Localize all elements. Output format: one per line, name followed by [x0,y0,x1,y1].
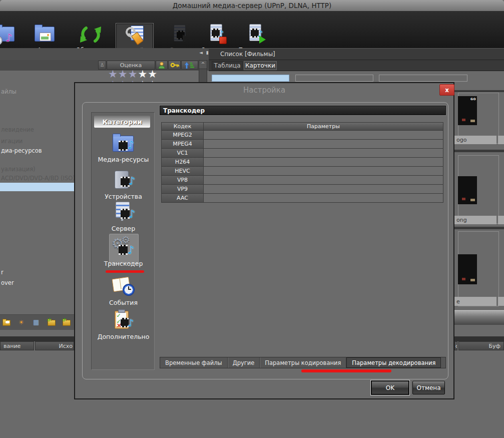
close-icon: x [445,87,449,94]
window-title: Домашний медиа-сервер (UPnP, DLNA, HTTP) [173,2,331,10]
codec-row[interactable]: VP8 [161,176,443,185]
tab-others[interactable]: Другие [228,357,260,368]
dialog-title: Настройка [75,86,453,95]
codec-column-header[interactable]: Кодек [161,122,204,131]
movie-caption-sliver [498,297,504,306]
tab-card-view[interactable]: Карточки [244,61,277,70]
card-selected-top[interactable] [212,75,289,82]
bottom-column-source[interactable]: Исхо [35,341,74,350]
movie-caption: ogo [454,136,496,144]
tree-item[interactable]: левидение [1,126,34,133]
decoding-tab-annotation-underline [301,369,391,372]
view-tabstrip: Таблица Карточки [209,60,504,71]
tree-item[interactable]: айлы [1,88,17,95]
tree-item[interactable]: уализация) [1,166,36,173]
codec-row[interactable]: VP9 [161,185,443,194]
weather-icon[interactable]: ☀ [17,318,26,326]
list-caption-bar: Список [Фильмы] [209,48,504,60]
category-additional[interactable]: ✓✓ × ♪ Дополнительно [92,309,155,340]
card-top[interactable] [295,75,373,82]
music-folder-icon: ♪ [0,24,17,46]
movie-thumbnail[interactable] [458,254,477,284]
main-toolbar: ♪ Музыка Фото Обновить [0,11,504,49]
list-caption: Список [Фильмы] [220,51,275,58]
panel-title: Транскодер [160,106,446,115]
tree-selected-row[interactable] [0,183,74,191]
key-column-header[interactable] [168,61,181,70]
movie-caption: ong [454,216,496,224]
left-mini-toolbar: ☀ ▦ ↺ ↺ [0,314,74,330]
tree-item[interactable]: r [1,269,4,276]
sort-order-column-header[interactable] [181,61,198,70]
app-window: Домашний медиа-сервер (UPnP, DLNA, HTTP)… [0,0,504,438]
transcoder-annotation-underline [106,270,144,273]
movie-thumbnail[interactable]: GO [458,96,477,125]
folder-cloud-icon[interactable] [2,318,11,326]
bottom-column-name[interactable]: вание [0,341,34,350]
sort-arrows-icon [184,62,195,69]
settings-dialog: Настройка x Категории ♪ Медиа-ресурсы ♪ [74,82,454,399]
codec-row[interactable]: HEVC [161,167,443,176]
media-resources-icon: ♪ [112,132,136,155]
codec-table: Кодек Параметры MPEG2 MPEG4 VC1 H264 HEV… [161,123,443,203]
tree-item[interactable]: диа-ресурсов [1,147,42,154]
category-transcoder[interactable]: ⚙ ⚙ ♪ Транскодер [92,236,155,267]
devices-icon: ♪ [112,169,136,192]
category-events[interactable]: События [92,275,155,306]
category-media-resources[interactable]: ♪ Медиа-ресурсы [92,132,155,163]
additional-icon: ✓✓ × ♪ [112,309,136,332]
movie-caption-sliver [498,216,504,224]
scroll-up-icon[interactable]: ^ [199,61,207,69]
key-icon [170,62,179,69]
ok-button[interactable]: OK [370,380,410,395]
card-top[interactable] [379,75,467,82]
folder-sync-icon[interactable]: ↺ [47,318,56,326]
panel-nav-arrows[interactable]: ◄ ▮ [199,50,210,55]
params-column-header[interactable]: Параметры [203,122,443,131]
close-button[interactable]: x [439,84,454,96]
category-server[interactable]: ♪ Сервер [92,201,155,232]
left-panel-header-strip [0,48,209,61]
categories-header: Категории [94,116,150,128]
tab-decoding-params[interactable]: Параметры декодирования [346,357,441,368]
transcoder-icon: ⚙ ⚙ ♪ [112,236,136,259]
photo-folder-icon [33,24,57,46]
folder-sync2-icon[interactable]: ↺ [62,318,71,326]
restart-icon: ♪ [244,24,268,46]
bottom-column-buffer[interactable]: Буф [458,341,504,350]
window-titlebar: Домашний медиа-сервер (UPnP, DLNA, HTTP) [0,0,504,11]
bottom-column-partial[interactable]: о [454,341,457,350]
tree-item[interactable]: ACD/DVD/DVD-A/BD (ISO) [1,175,75,182]
cancel-button[interactable]: Отмена [412,381,445,394]
grid-icon[interactable]: ▦ [32,318,41,326]
events-icon [112,275,136,298]
settings-tabbar: Временные файлы Другие Параметры кодиров… [160,357,446,368]
stop-icon: ♪ [205,24,229,46]
codec-row[interactable]: MPEG2 [161,131,443,140]
person-icon [158,62,166,69]
tree-item[interactable]: игации [1,138,23,145]
movie-caption: е [454,297,496,306]
media-table-header: Δ Оценка [0,60,209,71]
category-devices[interactable]: ♪ Устройства [92,169,155,200]
sort-column-header[interactable]: Δ [98,61,106,70]
tab-temp-files[interactable]: Временные файлы [160,357,228,368]
refresh-icon [79,24,103,46]
movie-thumbnail[interactable] [458,176,477,204]
tree-item[interactable]: over [1,279,14,286]
left-table-scrollbar[interactable]: ^ [199,60,207,84]
codec-row[interactable]: VC1 [161,149,443,158]
codec-row[interactable]: H264 [161,158,443,167]
tab-encoding-params[interactable]: Параметры кодирования [260,357,346,368]
movie-caption-sliver [498,136,504,144]
categories-sidebar: Категории ♪ Медиа-ресурсы ♪ Устройства [91,112,155,370]
codec-row[interactable]: MPEG4 [161,140,443,149]
start-icon [169,24,193,46]
tab-table-view[interactable]: Таблица [212,61,243,70]
server-icon: ♪ [112,201,136,224]
codec-row[interactable]: AAC [161,194,443,203]
settings-icon [123,24,147,46]
horizontal-scroll-strip[interactable] [454,309,504,325]
codec-table-header: Кодек Параметры [161,123,443,131]
